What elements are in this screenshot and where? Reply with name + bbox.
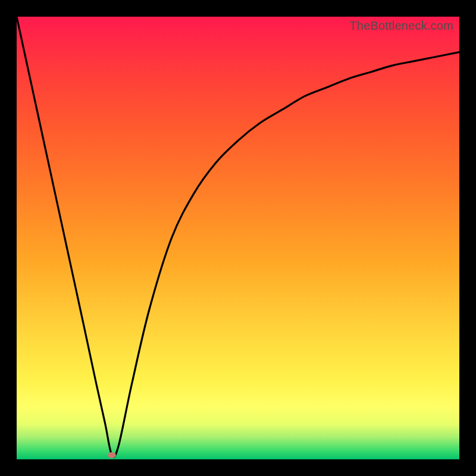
- chart-frame: TheBottleneck.com: [0, 0, 476, 476]
- bottleneck-curve: [17, 17, 459, 457]
- plot-area: TheBottleneck.com: [17, 17, 459, 459]
- curve-svg: [17, 17, 459, 459]
- min-dot: [108, 452, 116, 458]
